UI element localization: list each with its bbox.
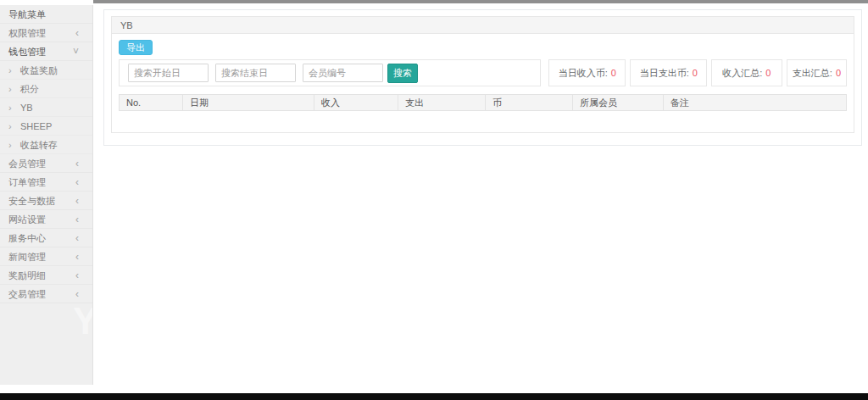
sidebar-item-label: 新闻管理 [8,252,46,262]
sidebar-item-security-data[interactable]: 安全与数据 ‹ [0,192,92,210]
chevron-left-icon: ‹ [75,285,79,303]
sidebar-item-label: 钱包管理 [8,47,46,57]
chevron-left-icon: ‹ [75,247,79,266]
sidebar-item-label: 服务中心 [8,233,46,243]
column-header-income: 收入 [314,95,398,111]
stat-label: 当日收入币: [559,67,608,80]
sidebar-item-label: 收益转存 [20,140,58,150]
column-header-remark: 备注 [664,95,847,111]
chevron-left-icon: ‹ [75,210,79,229]
stat-value: 0 [765,68,771,78]
sidebar-item-label: 安全与数据 [8,196,55,206]
sidebar-item-news-management[interactable]: 新闻管理 ‹ [0,247,92,266]
chevron-left-icon: ‹ [75,154,79,173]
chevron-left-icon: ‹ [75,192,79,210]
stat-value: 0 [693,68,698,78]
stat-label: 当日支出币: [640,67,689,80]
stat-value: 0 [836,68,841,78]
records-table: No. 日期 收入 支出 币 所属会员 备注 [119,94,847,111]
sidebar-subitem-points[interactable]: › 积分 [0,80,92,98]
search-button[interactable]: 搜索 [387,64,418,83]
sidebar-item-label: 交易管理 [8,289,46,299]
column-header-member: 所属会员 [573,95,664,111]
member-id-input[interactable] [303,64,383,82]
stat-label: 收入汇总: [722,67,762,80]
search-form: 搜索 [119,59,541,86]
sidebar-subitem-income-rewards[interactable]: › 收益奖励 [0,61,92,80]
watermark-logo: Y [73,300,93,342]
column-header-expense: 支出 [398,95,486,111]
content-container: YB 导出 搜索 当日收入币: 0 当日支出币: [103,9,862,146]
table-header-row: No. 日期 收入 支出 币 所属会员 备注 [120,95,847,111]
stat-expense-total: 支出汇总: 0 [787,59,847,86]
sidebar-subitem-sheep[interactable]: › SHEEP [0,117,92,136]
sidebar-item-label: YB [20,103,33,113]
panel-title: YB [112,17,854,34]
arrow-right-icon: › [8,61,12,80]
sidebar-item-order-management[interactable]: 订单管理 ‹ [0,173,92,192]
column-header-date: 日期 [183,95,314,111]
chevron-left-icon: ‹ [75,229,79,247]
sidebar-item-label: 积分 [20,84,39,94]
sidebar-subitem-income-transfer[interactable]: › 收益转存 [0,136,92,154]
sidebar-item-label: 网站设置 [8,214,46,225]
sidebar-item-label: 收益奖励 [20,65,58,75]
sidebar-item-label: 订单管理 [8,177,46,187]
sidebar-item-site-settings[interactable]: 网站设置 ‹ [0,210,92,229]
column-header-no: No. [120,95,183,111]
arrow-right-icon: › [8,98,12,117]
sidebar-title: 导航菜单 [0,5,92,24]
sidebar-subitem-yb[interactable]: › YB [0,98,92,117]
column-header-coin: 币 [486,95,573,111]
sidebar: 导航菜单 权限管理 ‹ 钱包管理 ˅ › 收益奖励 › 积分 › YB › SH… [0,5,93,385]
sidebar-item-label: 奖励明细 [8,270,46,281]
end-date-input[interactable] [215,64,296,82]
filter-row: 搜索 当日收入币: 0 当日支出币: 0 收入汇总: 0 [119,59,847,86]
sidebar-item-permission-management[interactable]: 权限管理 ‹ [0,24,92,42]
arrow-right-icon: › [8,117,12,136]
arrow-right-icon: › [8,136,12,154]
top-strip [93,0,868,3]
bottom-bar [0,393,868,400]
panel-body: 导出 搜索 当日收入币: 0 当日支出币: 0 [112,34,854,111]
chevron-left-icon: ‹ [75,266,79,285]
stat-income-total: 收入汇总: 0 [711,59,782,86]
stat-today-expense: 当日支出币: 0 [630,59,707,86]
export-button[interactable]: 导出 [119,40,153,55]
yb-panel: YB 导出 搜索 当日收入币: 0 当日支出币: [111,16,854,133]
chevron-left-icon: ‹ [75,24,79,42]
sidebar-item-reward-details[interactable]: 奖励明细 ‹ [0,266,92,285]
stat-label: 支出汇总: [793,67,832,80]
sidebar-item-label: SHEEP [20,121,52,131]
stat-value: 0 [611,68,616,78]
chevron-left-icon: ‹ [75,173,79,192]
stat-today-income: 当日收入币: 0 [548,59,626,86]
start-date-input[interactable] [128,64,209,82]
sidebar-item-member-management[interactable]: 会员管理 ‹ [0,154,92,173]
sidebar-item-transaction-management[interactable]: 交易管理 ‹ [0,285,92,303]
sidebar-item-service-center[interactable]: 服务中心 ‹ [0,229,92,247]
sidebar-item-wallet-management[interactable]: 钱包管理 ˅ [0,42,92,61]
arrow-right-icon: › [8,80,12,98]
chevron-down-icon: ˅ [73,42,79,61]
sidebar-item-label: 会员管理 [8,158,46,169]
sidebar-item-label: 权限管理 [8,28,46,38]
